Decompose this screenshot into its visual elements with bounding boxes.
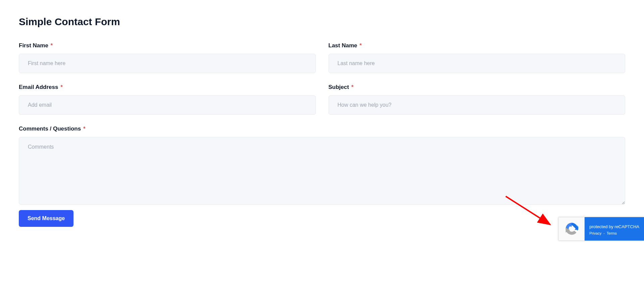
recaptcha-links: Privacy - Terms — [589, 231, 639, 235]
recaptcha-title: protected by reCAPTCHA — [589, 224, 639, 229]
required-marker: * — [359, 42, 362, 49]
first-name-label: First Name * — [19, 42, 316, 49]
recaptcha-separator: - — [603, 231, 605, 235]
comments-textarea[interactable] — [19, 137, 625, 205]
form-row-names: First Name * Last Name * — [19, 42, 625, 73]
subject-label-text: Subject — [329, 84, 349, 90]
recaptcha-icon-box — [558, 217, 585, 241]
form-group-subject: Subject * — [329, 84, 626, 115]
first-name-input[interactable] — [19, 54, 316, 73]
subject-input[interactable] — [329, 95, 626, 115]
form-group-first-name: First Name * — [19, 42, 316, 73]
form-group-comments: Comments / Questions * — [19, 126, 625, 205]
required-marker: * — [60, 84, 63, 90]
email-label: Email Address * — [19, 84, 316, 91]
comments-label: Comments / Questions * — [19, 126, 625, 132]
form-group-last-name: Last Name * — [329, 42, 626, 73]
form-row-email-subject: Email Address * Subject * — [19, 84, 625, 115]
email-label-text: Email Address — [19, 84, 58, 90]
recaptcha-badge: protected by reCAPTCHA Privacy - Terms — [558, 217, 644, 241]
form-title: Simple Contact Form — [19, 16, 625, 28]
last-name-label-text: Last Name — [329, 42, 357, 49]
last-name-input[interactable] — [329, 54, 626, 73]
recaptcha-privacy-link[interactable]: Privacy — [589, 231, 601, 235]
recaptcha-terms-link[interactable]: Terms — [607, 231, 617, 235]
required-marker: * — [351, 84, 354, 90]
svg-marker-2 — [573, 226, 578, 231]
send-message-button[interactable]: Send Message — [19, 210, 73, 227]
comments-label-text: Comments / Questions — [19, 126, 81, 132]
subject-label: Subject * — [329, 84, 626, 91]
email-input[interactable] — [19, 95, 316, 115]
required-marker: * — [83, 126, 86, 132]
last-name-label: Last Name * — [329, 42, 626, 49]
first-name-label-text: First Name — [19, 42, 48, 49]
form-group-email: Email Address * — [19, 84, 316, 115]
recaptcha-text-box: protected by reCAPTCHA Privacy - Terms — [585, 217, 644, 241]
required-marker: * — [51, 42, 53, 49]
contact-form-container: Simple Contact Form First Name * Last Na… — [0, 0, 644, 243]
recaptcha-icon — [564, 221, 579, 236]
